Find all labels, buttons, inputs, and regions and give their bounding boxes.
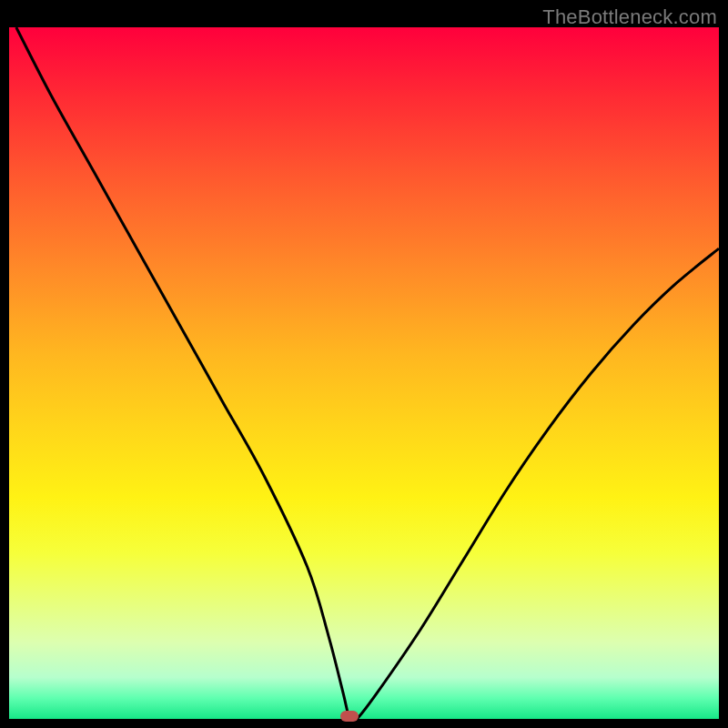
attribution-watermark: TheBottleneck.com: [542, 5, 717, 29]
minimum-marker: [340, 711, 359, 722]
chart-plot-area: [9, 27, 719, 719]
